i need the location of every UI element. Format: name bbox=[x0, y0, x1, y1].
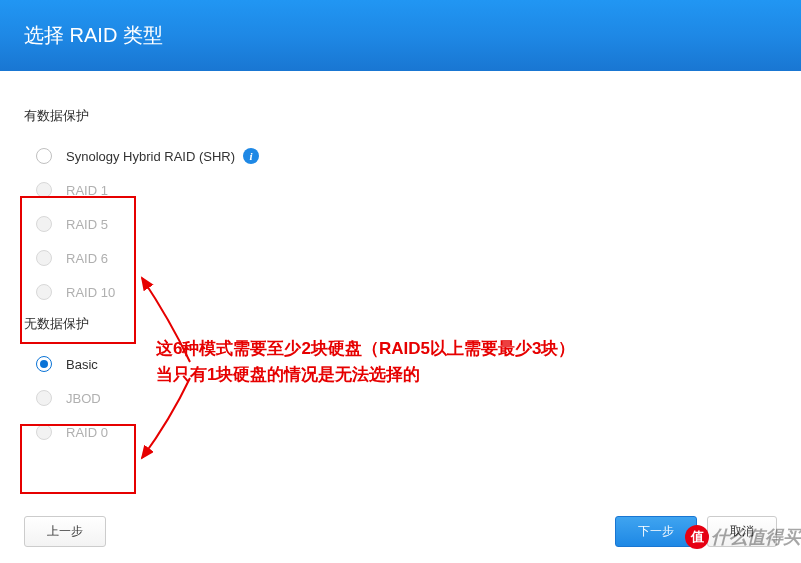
radio-icon bbox=[36, 148, 52, 164]
radio-icon bbox=[36, 182, 52, 198]
dialog-title: 选择 RAID 类型 bbox=[24, 24, 163, 46]
radio-label: JBOD bbox=[66, 391, 101, 406]
section-title-unprotected: 无数据保护 bbox=[24, 315, 777, 333]
dialog-footer: 上一步 下一步 取消 bbox=[0, 516, 801, 547]
raid-option-raid10: RAID 10 bbox=[24, 275, 777, 309]
radio-icon bbox=[36, 216, 52, 232]
info-icon[interactable]: i bbox=[243, 148, 259, 164]
radio-label: RAID 5 bbox=[66, 217, 108, 232]
raid-option-raid1: RAID 1 bbox=[24, 173, 777, 207]
watermark: 值 什么值得买 bbox=[685, 525, 801, 549]
radio-label: RAID 1 bbox=[66, 183, 108, 198]
annotation-text: 这6种模式需要至少2块硬盘（RAID5以上需要最少3块） 当只有1块硬盘的情况是… bbox=[156, 336, 575, 387]
radio-label: RAID 6 bbox=[66, 251, 108, 266]
radio-label: RAID 0 bbox=[66, 425, 108, 440]
radio-icon bbox=[36, 284, 52, 300]
annotation-line1: 这6种模式需要至少2块硬盘（RAID5以上需要最少3块） bbox=[156, 336, 575, 362]
radio-label: Synology Hybrid RAID (SHR) bbox=[66, 149, 235, 164]
section-title-protected: 有数据保护 bbox=[24, 107, 777, 125]
radio-label: RAID 10 bbox=[66, 285, 115, 300]
radio-icon bbox=[36, 250, 52, 266]
radio-icon bbox=[36, 424, 52, 440]
raid-option-raid0: RAID 0 bbox=[24, 415, 777, 449]
radio-icon bbox=[36, 390, 52, 406]
back-button[interactable]: 上一步 bbox=[24, 516, 106, 547]
raid-option-raid6: RAID 6 bbox=[24, 241, 777, 275]
raid-option-raid5: RAID 5 bbox=[24, 207, 777, 241]
raid-option-shr[interactable]: Synology Hybrid RAID (SHR) i bbox=[24, 139, 777, 173]
watermark-badge-icon: 值 bbox=[685, 525, 709, 549]
radio-icon bbox=[36, 356, 52, 372]
dialog-header: 选择 RAID 类型 bbox=[0, 0, 801, 71]
radio-label: Basic bbox=[66, 357, 98, 372]
annotation-line2: 当只有1块硬盘的情况是无法选择的 bbox=[156, 362, 575, 388]
watermark-text: 什么值得买 bbox=[711, 525, 801, 549]
dialog-content: 有数据保护 Synology Hybrid RAID (SHR) i RAID … bbox=[0, 71, 801, 449]
